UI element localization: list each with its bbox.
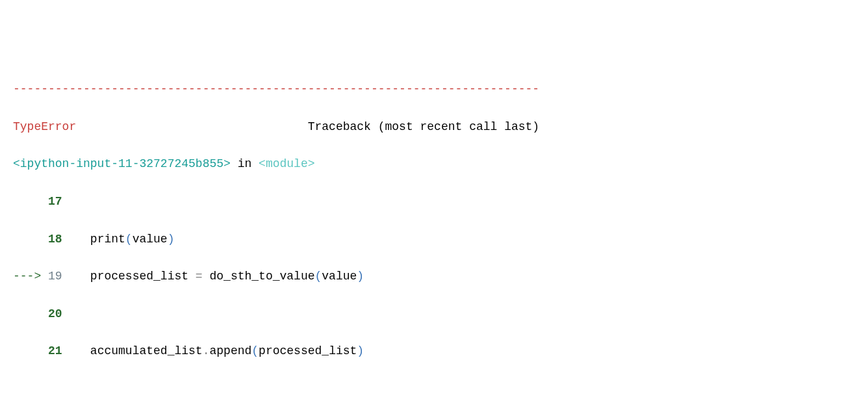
- line-21-method: append: [209, 344, 251, 357]
- code-line-20: 20: [13, 305, 855, 324]
- traceback-recent-label: Traceback (most recent call last): [308, 120, 539, 133]
- line-num-19: 19: [48, 270, 62, 283]
- error-type-label: TypeError: [13, 120, 76, 133]
- line-num-20: 20: [13, 307, 62, 320]
- code-line-18: 18 print(value): [13, 230, 855, 249]
- frame1-location: <ipython-input-11-32727245b855> in <modu…: [13, 155, 855, 174]
- line-18-value: value: [133, 233, 168, 246]
- traceback-label: [76, 120, 307, 133]
- code-line-21: 21 accumulated_list.append(processed_lis…: [13, 342, 855, 361]
- frame1-module: <module>: [259, 157, 314, 170]
- line-18-print: print: [62, 233, 125, 246]
- line-num-21: 21: [13, 344, 62, 357]
- code-line-17: 17: [13, 192, 855, 211]
- line-19-var: processed_list: [62, 270, 196, 283]
- line-21-var: accumulated_list: [62, 344, 203, 357]
- frame1-source: <ipython-input-11-32727245b855>: [13, 157, 231, 170]
- line-num-18: 18: [13, 233, 62, 246]
- line-19-func: do_sth_to_value: [203, 270, 315, 283]
- arrow-19: --->: [13, 270, 48, 283]
- paren-close: ): [357, 270, 364, 283]
- code-line-19: ---> 19 processed_list = do_sth_to_value…: [13, 267, 855, 286]
- paren-close: ): [168, 233, 175, 246]
- frame1-in: in: [231, 157, 259, 170]
- blank-line: [13, 380, 855, 398]
- line-num-17: 17: [13, 195, 62, 208]
- line-21-arg: processed_list: [259, 344, 357, 357]
- paren-open: (: [251, 344, 259, 357]
- paren-open: (: [125, 233, 133, 246]
- eq-operator: =: [196, 270, 203, 283]
- dot-operator: .: [203, 344, 210, 357]
- line-19-arg: value: [322, 270, 357, 283]
- paren-open: (: [315, 270, 322, 283]
- traceback-divider: ----------------------------------------…: [13, 80, 855, 99]
- traceback-header: TypeError Traceback (most recent call la…: [13, 118, 855, 136]
- paren-close: ): [357, 344, 364, 357]
